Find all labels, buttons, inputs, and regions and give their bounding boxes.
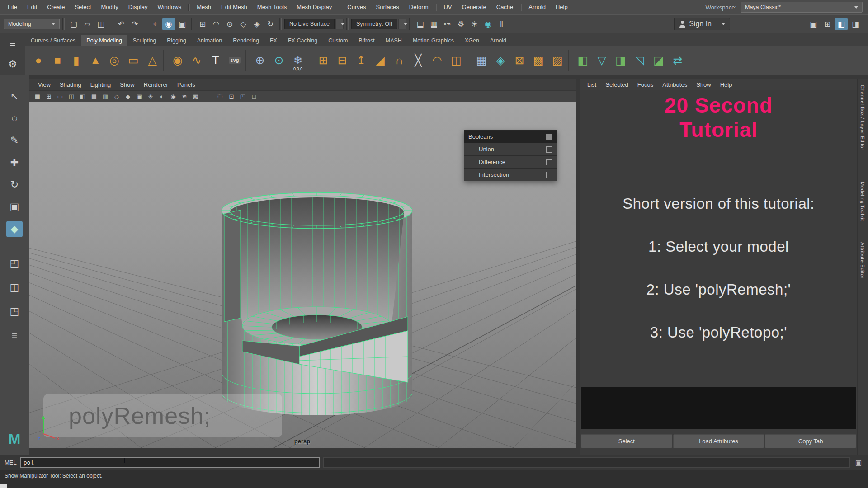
menu-cache[interactable]: Cache bbox=[491, 0, 519, 14]
poly-cylinder-icon[interactable]: ▮ bbox=[67, 50, 86, 71]
remesh-icon[interactable]: ▩ bbox=[529, 50, 548, 71]
menu-file[interactable]: File bbox=[3, 0, 22, 14]
menu-display[interactable]: Display bbox=[123, 0, 153, 14]
shadows-toggle-icon[interactable]: ◐ bbox=[157, 92, 167, 101]
mel-command-input[interactable] bbox=[20, 457, 320, 468]
menu-edit-mesh[interactable]: Edit Mesh bbox=[216, 0, 252, 14]
menu-set-select[interactable]: Modeling bbox=[4, 19, 60, 29]
symmetry-field[interactable]: Symmetry: Off bbox=[351, 19, 397, 29]
menu-create[interactable]: Create bbox=[42, 0, 70, 14]
booleans-option-difference[interactable]: Difference bbox=[464, 155, 557, 168]
poly-pipe-icon[interactable]: ◉ bbox=[168, 50, 187, 71]
shelf-tab-motion-graphics[interactable]: Motion Graphics bbox=[407, 35, 459, 46]
textured-mode-icon[interactable]: ▣ bbox=[134, 92, 144, 101]
viewport-canvas[interactable]: polyRemesh; x z persp Booleans UnionDiff… bbox=[29, 102, 576, 448]
pane-layout-split-icon[interactable]: ◳ bbox=[6, 303, 23, 319]
poly-cone-icon[interactable]: ▲ bbox=[86, 50, 105, 71]
light-editor-icon[interactable]: ☀ bbox=[468, 18, 481, 30]
viewport-menu-view[interactable]: View bbox=[33, 81, 55, 88]
gate-mask-icon[interactable]: ◧ bbox=[78, 92, 88, 101]
use-all-lights-icon[interactable]: ☀ bbox=[146, 92, 156, 101]
menu-edit[interactable]: Edit bbox=[22, 0, 42, 14]
multisample-aa-icon[interactable]: ▩ bbox=[191, 92, 201, 101]
attribute-menu-attributes[interactable]: Attributes bbox=[658, 81, 692, 88]
side-tab-channel-box-layer-editor[interactable]: Channel Box / Layer Editor bbox=[860, 85, 865, 150]
menu-modify[interactable]: Modify bbox=[96, 0, 123, 14]
option-box-checkbox[interactable] bbox=[546, 146, 552, 153]
panel-pin-icon[interactable] bbox=[546, 134, 552, 140]
transfer-attributes-icon[interactable]: ⇄ bbox=[668, 50, 687, 71]
scale-tool[interactable]: ▣ bbox=[6, 199, 23, 215]
wireframe-mode-icon[interactable]: ◇ bbox=[112, 92, 122, 101]
render-current-frame-icon[interactable]: ▦ bbox=[428, 18, 440, 30]
shelf-tab-arnold[interactable]: Arnold bbox=[485, 35, 512, 46]
pane-layout-pair-icon[interactable]: ◫ bbox=[6, 279, 23, 296]
make-live-icon[interactable]: ◈ bbox=[250, 18, 263, 30]
menu-uv[interactable]: UV bbox=[439, 0, 457, 14]
snap-to-curve-icon[interactable]: ◠ bbox=[210, 18, 222, 30]
resolution-gate-icon[interactable]: ◫ bbox=[66, 92, 76, 101]
multi-cut-icon[interactable]: ╳ bbox=[409, 50, 428, 71]
snap-to-origin-icon[interactable]: ⊙ bbox=[269, 50, 288, 71]
shelf-tab-xgen[interactable]: XGen bbox=[459, 35, 485, 46]
shelf-tab-poly-modeling[interactable]: Poly Modeling bbox=[81, 35, 127, 46]
shelf-tab-mash[interactable]: MASH bbox=[380, 35, 407, 46]
center-pivot-icon[interactable]: ⊕ bbox=[250, 50, 269, 71]
persp-outliner-layout-icon[interactable]: ◧ bbox=[835, 18, 848, 30]
film-gate-icon[interactable]: ▭ bbox=[55, 92, 65, 101]
assign-material-icon[interactable]: ◧ bbox=[573, 50, 592, 71]
save-scene-icon[interactable]: ◫ bbox=[94, 18, 107, 30]
select-component-mode-icon[interactable]: ▣ bbox=[176, 18, 189, 30]
menu-mesh[interactable]: Mesh bbox=[192, 0, 216, 14]
command-language-toggle[interactable]: MEL bbox=[5, 459, 17, 466]
shelf-tab-animation[interactable]: Animation bbox=[192, 35, 228, 46]
poly-sphere-icon[interactable]: ● bbox=[29, 50, 48, 71]
new-scene-icon[interactable]: ▢ bbox=[67, 18, 80, 30]
poly-torus-icon[interactable]: ◎ bbox=[105, 50, 124, 71]
mirror-icon[interactable]: ◫ bbox=[447, 50, 466, 71]
move-tool[interactable]: ✚ bbox=[6, 155, 23, 171]
bevel-icon[interactable]: ◢ bbox=[371, 50, 390, 71]
viewport-menu-show[interactable]: Show bbox=[115, 81, 139, 88]
rotate-tool[interactable]: ↻ bbox=[6, 177, 23, 193]
construction-history-icon[interactable]: ↻ bbox=[264, 18, 277, 30]
paint-vertex-color-icon[interactable]: ◨ bbox=[611, 50, 630, 71]
svg-tool-icon[interactable]: svg bbox=[225, 50, 244, 71]
viewport-menu-panels[interactable]: Panels bbox=[173, 81, 200, 88]
attribute-menu-list[interactable]: List bbox=[583, 81, 601, 88]
command-result-field[interactable] bbox=[323, 457, 850, 468]
menu-windows[interactable]: Windows bbox=[152, 0, 186, 14]
bridge-icon[interactable]: ∩ bbox=[390, 50, 409, 71]
extrude-icon[interactable]: ↥ bbox=[352, 50, 371, 71]
snap-to-plane-icon[interactable]: ◇ bbox=[237, 18, 250, 30]
current-tool-icon[interactable]: ◆ bbox=[6, 221, 23, 237]
attribute-menu-focus[interactable]: Focus bbox=[633, 81, 658, 88]
interactive-shading-icon[interactable]: ◉ bbox=[482, 18, 495, 30]
select-hierarchy-icon[interactable]: ⌖ bbox=[149, 18, 161, 30]
symmetry-dropdown[interactable] bbox=[398, 19, 406, 29]
normals-icon[interactable]: ◹ bbox=[630, 50, 649, 71]
live-surface-field[interactable]: No Live Surface bbox=[284, 19, 335, 29]
shelf-tab-rigging[interactable]: Rigging bbox=[161, 35, 191, 46]
load-attributes-button[interactable]: Load Attributes bbox=[673, 434, 764, 448]
option-box-checkbox[interactable] bbox=[546, 172, 552, 178]
poly-plane-icon[interactable]: ▭ bbox=[124, 50, 143, 71]
smooth-icon[interactable]: ◠ bbox=[428, 50, 447, 71]
tear-off-copy-icon[interactable]: ◰ bbox=[238, 92, 248, 101]
booleans-option-intersection[interactable]: Intersection bbox=[464, 168, 557, 181]
shelf-tab-curves-surfaces[interactable]: Curves / Surfaces bbox=[25, 35, 81, 46]
quad-draw-icon[interactable]: ▦ bbox=[472, 50, 491, 71]
shelf-tab-rendering[interactable]: Rendering bbox=[227, 35, 264, 46]
viewport-menu-lighting[interactable]: Lighting bbox=[86, 81, 116, 88]
xray-mode-icon[interactable]: ⬚ bbox=[215, 92, 225, 101]
freeze-transforms-icon[interactable]: ❄0,0,0 bbox=[288, 50, 307, 71]
select-tool[interactable]: ↖ bbox=[6, 88, 23, 104]
pause-icon[interactable]: ‖ bbox=[495, 18, 508, 30]
menu-help[interactable]: Help bbox=[551, 0, 573, 14]
shaded-mode-icon[interactable]: ◆ bbox=[123, 92, 133, 101]
shelf-tab-fx[interactable]: FX bbox=[264, 35, 283, 46]
side-tab-modeling-toolkit[interactable]: Modeling Toolkit bbox=[860, 182, 865, 221]
separate-icon[interactable]: ⊟ bbox=[333, 50, 352, 71]
maximize-panel-icon[interactable]: □ bbox=[249, 92, 259, 101]
camera-select-icon[interactable]: ▦ bbox=[33, 92, 42, 101]
